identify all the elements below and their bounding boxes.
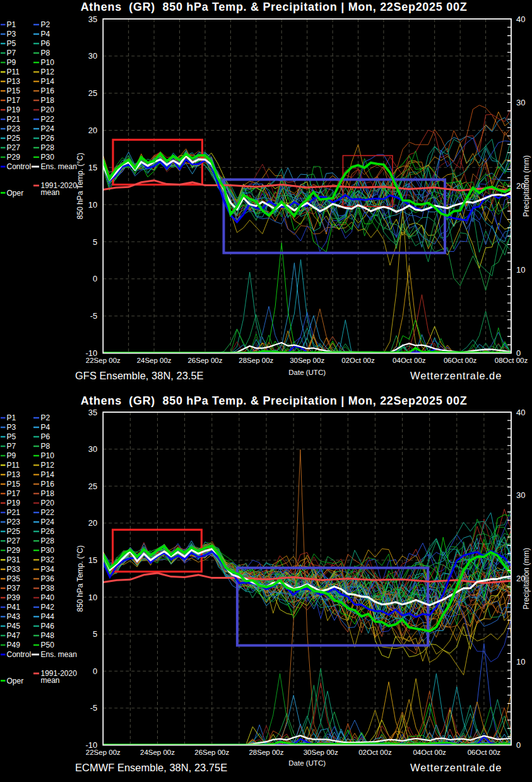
svg-text:P2: P2 xyxy=(41,413,50,422)
svg-text:30Sep 00z: 30Sep 00z xyxy=(304,749,338,756)
svg-text:15: 15 xyxy=(88,163,97,172)
svg-text:Wetterzentrale.de: Wetterzentrale.de xyxy=(410,762,502,773)
svg-text:Control: Control xyxy=(7,650,32,659)
svg-text:P20: P20 xyxy=(41,105,55,114)
svg-text:P47: P47 xyxy=(7,631,21,640)
svg-text:P22: P22 xyxy=(41,508,55,517)
svg-text:Wetterzentrale.de: Wetterzentrale.de xyxy=(410,370,502,381)
svg-text:P42: P42 xyxy=(41,603,55,612)
svg-text:25: 25 xyxy=(88,482,97,491)
svg-text:P14: P14 xyxy=(41,77,55,86)
svg-text:mean: mean xyxy=(41,188,60,197)
svg-text:P30: P30 xyxy=(41,546,55,555)
svg-text:P24: P24 xyxy=(41,518,55,526)
svg-text:P45: P45 xyxy=(7,622,21,631)
svg-text:04Oct 00z: 04Oct 00z xyxy=(393,357,426,364)
svg-text:P38: P38 xyxy=(41,584,55,593)
svg-text:P7: P7 xyxy=(7,49,16,57)
svg-text:P8: P8 xyxy=(41,442,50,451)
svg-text:Athens (GR) 850 hPa Temp. &: Athens (GR) 850 hPa Temp. & Precipitatio… xyxy=(81,394,468,407)
svg-text:P31: P31 xyxy=(7,555,21,564)
svg-text:mean: mean xyxy=(41,676,60,685)
svg-text:P10: P10 xyxy=(41,451,55,460)
svg-text:Date (UTC): Date (UTC) xyxy=(288,759,326,767)
svg-text:P5: P5 xyxy=(7,39,16,48)
svg-text:P3: P3 xyxy=(7,423,16,432)
svg-text:30: 30 xyxy=(88,444,97,454)
svg-text:30Sep 00z: 30Sep 00z xyxy=(290,357,324,364)
svg-text:40: 40 xyxy=(516,408,525,417)
svg-text:0: 0 xyxy=(516,740,521,750)
svg-text:28Sep 00z: 28Sep 00z xyxy=(239,357,273,364)
svg-text:P18: P18 xyxy=(41,96,55,105)
svg-text:Ens. mean: Ens. mean xyxy=(41,650,77,659)
svg-text:30: 30 xyxy=(516,98,525,107)
svg-text:22Sep 00z: 22Sep 00z xyxy=(86,749,121,756)
svg-text:P44: P44 xyxy=(41,612,55,621)
svg-text:20: 20 xyxy=(88,518,97,528)
svg-text:P4: P4 xyxy=(41,423,50,432)
svg-text:P11: P11 xyxy=(7,461,20,470)
svg-text:Oper: Oper xyxy=(7,677,24,685)
svg-text:25: 25 xyxy=(88,88,97,98)
svg-text:26Sep 00z: 26Sep 00z xyxy=(194,749,229,756)
svg-text:P48: P48 xyxy=(41,631,55,640)
svg-text:850 hPa Temp. (°C): 850 hPa Temp. (°C) xyxy=(76,545,85,612)
svg-text:0: 0 xyxy=(93,666,97,676)
svg-text:02Oct 00z: 02Oct 00z xyxy=(341,357,375,364)
svg-text:P5: P5 xyxy=(7,432,16,441)
svg-text:35: 35 xyxy=(88,15,97,24)
svg-text:P23: P23 xyxy=(7,518,21,526)
svg-text:P34: P34 xyxy=(41,565,55,574)
svg-text:P7: P7 xyxy=(7,442,16,451)
svg-text:P20: P20 xyxy=(41,499,55,507)
svg-text:04Oct 00z: 04Oct 00z xyxy=(413,749,446,756)
svg-text:P35: P35 xyxy=(7,574,21,583)
svg-text:P1: P1 xyxy=(7,20,16,29)
svg-text:Oper: Oper xyxy=(7,189,24,198)
svg-text:P26: P26 xyxy=(41,134,55,143)
svg-text:P16: P16 xyxy=(41,480,55,489)
svg-text:40: 40 xyxy=(516,15,525,24)
svg-text:06Oct 00z: 06Oct 00z xyxy=(444,357,477,364)
svg-text:P21: P21 xyxy=(7,115,21,124)
svg-text:22Sep 00z: 22Sep 00z xyxy=(86,357,121,364)
svg-text:P25: P25 xyxy=(7,134,21,143)
svg-text:P2: P2 xyxy=(41,20,50,29)
svg-text:P30: P30 xyxy=(41,153,55,162)
svg-text:10: 10 xyxy=(516,265,525,275)
svg-text:08Oct 00z: 08Oct 00z xyxy=(495,357,528,364)
svg-text:-5: -5 xyxy=(90,703,98,713)
svg-text:P23: P23 xyxy=(7,124,21,133)
svg-text:24Sep 00z: 24Sep 00z xyxy=(137,357,172,364)
svg-text:P12: P12 xyxy=(41,68,55,76)
svg-text:26Sep 00z: 26Sep 00z xyxy=(187,357,222,364)
svg-text:P9: P9 xyxy=(7,58,16,67)
svg-text:P29: P29 xyxy=(7,546,21,555)
svg-text:02Oct 00z: 02Oct 00z xyxy=(358,749,392,756)
svg-text:P13: P13 xyxy=(7,77,21,86)
svg-text:P21: P21 xyxy=(7,508,21,517)
svg-text:35: 35 xyxy=(88,408,97,417)
svg-text:P15: P15 xyxy=(7,86,21,95)
svg-text:Precipitation (mm): Precipitation (mm) xyxy=(522,155,531,216)
svg-text:P32: P32 xyxy=(41,555,55,564)
svg-text:06Oct 00z: 06Oct 00z xyxy=(468,749,501,756)
svg-text:P14: P14 xyxy=(41,470,55,479)
svg-text:P50: P50 xyxy=(41,641,55,649)
svg-text:P18: P18 xyxy=(41,489,55,498)
svg-text:P27: P27 xyxy=(7,536,21,545)
svg-text:P40: P40 xyxy=(41,593,55,602)
svg-text:P28: P28 xyxy=(41,536,55,545)
svg-text:30: 30 xyxy=(516,490,525,500)
svg-text:-5: -5 xyxy=(90,311,98,321)
svg-text:P10: P10 xyxy=(41,58,55,67)
svg-text:5: 5 xyxy=(93,237,97,247)
svg-text:P19: P19 xyxy=(7,499,21,507)
svg-text:P6: P6 xyxy=(41,432,50,441)
svg-text:P11: P11 xyxy=(7,68,20,76)
svg-text:P4: P4 xyxy=(41,30,50,39)
svg-text:P25: P25 xyxy=(7,527,21,536)
svg-text:0: 0 xyxy=(93,274,97,283)
svg-text:GFS Ensemble, 38N, 23.5E: GFS Ensemble, 38N, 23.5E xyxy=(75,370,204,381)
